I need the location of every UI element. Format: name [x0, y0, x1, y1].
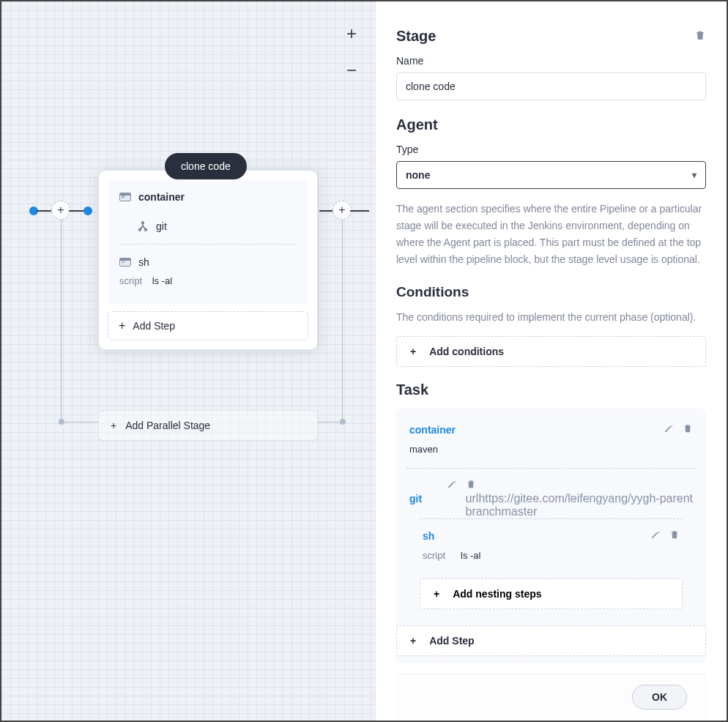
plus-icon: + — [111, 420, 116, 431]
add-step-label: Add Step — [133, 320, 175, 332]
task-name: container — [409, 424, 456, 436]
param-key: url — [466, 492, 479, 505]
vline — [61, 220, 62, 419]
task-name: sh — [423, 530, 434, 542]
zoom-out-button[interactable]: − — [346, 62, 357, 79]
add-stage-after[interactable]: + — [333, 201, 352, 220]
stage-card[interactable]: container git sh — [98, 170, 318, 350]
param-value: https://gitee.com/leifengyang/yygh-paren… — [478, 492, 693, 505]
stage-name-input[interactable] — [396, 72, 706, 100]
delete-task-button[interactable] — [683, 423, 693, 436]
task-heading: Task — [396, 382, 706, 398]
zoom-controls: + − — [346, 25, 357, 79]
separator — [119, 244, 297, 245]
svg-point-0 — [142, 222, 144, 224]
conditions-subtext: The conditions required to implement the… — [396, 309, 696, 325]
type-label: Type — [396, 144, 706, 155]
plus-icon: + — [410, 635, 416, 647]
steps-list: container git sh — [108, 179, 308, 304]
node-dot — [83, 206, 92, 215]
vdot — [340, 419, 346, 425]
step-sh[interactable]: sh script ls -al — [108, 248, 308, 295]
add-nesting-label: Add nesting steps — [453, 588, 541, 600]
add-parallel-stage-button[interactable]: + Add Parallel Stage — [98, 410, 318, 441]
delete-task-button[interactable] — [669, 529, 680, 543]
task-item[interactable]: git urlhttps://gitee.com/leifengyang/yyg… — [396, 469, 706, 625]
panel-footer: OK — [396, 674, 706, 720]
git-icon — [137, 220, 149, 232]
add-conditions-label: Add conditions — [429, 346, 504, 357]
svg-point-1 — [139, 228, 141, 231]
stage-heading: Stage — [396, 28, 706, 45]
agent-help-text: The agent section specifies where the en… — [396, 201, 706, 268]
terminal-icon — [119, 191, 131, 203]
conditions-heading: Conditions — [396, 284, 469, 300]
connector — [63, 422, 98, 423]
step-name: sh — [138, 256, 149, 268]
name-label: Name — [396, 55, 706, 67]
zoom-in-button[interactable]: + — [346, 25, 357, 42]
param-key: script — [423, 550, 461, 561]
add-step-button[interactable]: + Add Step — [108, 311, 308, 340]
plus-icon: + — [410, 346, 416, 357]
plus-icon: + — [434, 588, 439, 600]
add-step-panel-button[interactable]: + Add Step — [396, 625, 706, 656]
connector — [350, 210, 369, 212]
task-item[interactable]: container maven — [396, 413, 706, 468]
terminal-icon — [119, 256, 131, 268]
ok-button[interactable]: OK — [632, 685, 687, 710]
vline — [342, 220, 343, 419]
chevron-down-icon: ▾ — [692, 170, 697, 180]
plus-icon: + — [119, 319, 125, 332]
param-key: branch — [466, 505, 502, 518]
delete-stage-button[interactable] — [694, 29, 706, 44]
add-conditions-button[interactable]: + Add conditions — [396, 336, 706, 367]
param-value: ls -al — [461, 550, 480, 561]
agent-heading: Agent — [396, 116, 706, 133]
delete-task-button[interactable]: urlhttps://gitee.com/leifengyang/yygh-pa… — [466, 479, 693, 518]
agent-type-select[interactable]: none ▾ — [396, 161, 706, 189]
pipeline-canvas[interactable]: + − + + clone code container — [1, 1, 375, 721]
step-param: script ls -al — [119, 275, 297, 286]
stage-editor-panel: Stage Name Agent Type none ▾ The agent s… — [375, 1, 727, 721]
stage-pill[interactable]: clone code — [165, 153, 247, 179]
param-value: master — [502, 505, 538, 518]
svg-point-2 — [145, 228, 147, 231]
select-value: none — [406, 169, 430, 181]
step-name: container — [138, 191, 185, 203]
connector — [318, 422, 340, 423]
add-nesting-steps-button[interactable]: + Add nesting steps — [420, 578, 683, 609]
connector — [69, 210, 85, 212]
task-param-value: maven — [409, 444, 438, 455]
add-stage-before[interactable]: + — [51, 201, 70, 220]
add-parallel-label: Add Parallel Stage — [125, 420, 210, 431]
edit-task-button[interactable] — [650, 529, 661, 543]
step-name: git — [156, 220, 167, 232]
add-step-panel-label: Add Step — [429, 635, 474, 647]
task-item[interactable]: sh scriptls -al — [409, 519, 693, 574]
task-list: container maven git — [396, 409, 706, 663]
task-name: git — [409, 493, 422, 505]
edit-task-button[interactable] — [664, 423, 674, 436]
step-git[interactable]: git — [108, 212, 308, 241]
edit-task-button[interactable] — [447, 479, 457, 518]
stage-pill-label: clone code — [181, 160, 231, 172]
step-container[interactable]: container — [108, 182, 308, 212]
